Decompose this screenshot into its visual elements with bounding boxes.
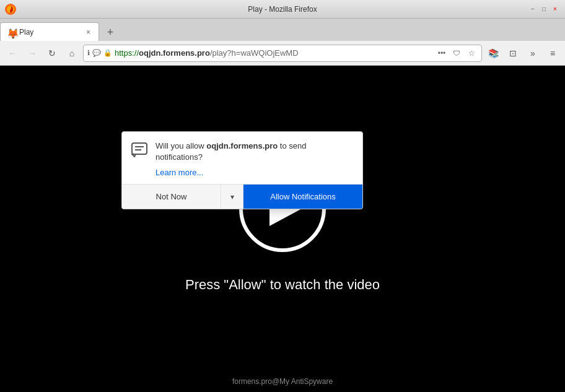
- url-bar[interactable]: ℹ 💬 🔒 https://oqjdn.formens.pro/play?h=w…: [83, 45, 482, 62]
- menu-button[interactable]: ≡: [544, 45, 561, 62]
- popup-message-icon: [131, 142, 148, 178]
- watermark: formens.pro@My AntiSpyware: [232, 377, 333, 386]
- library-button[interactable]: 📚: [484, 45, 502, 62]
- url-path: /play?h=waWQiOjEwMD: [210, 48, 299, 58]
- new-tab-button[interactable]: +: [102, 24, 119, 41]
- content-area: Will you allow oqjdn.formens.pro to send…: [0, 66, 565, 392]
- tab-title: Play: [19, 28, 81, 37]
- reload-button[interactable]: ↻: [43, 45, 61, 62]
- minimize-button[interactable]: −: [528, 4, 538, 14]
- maximize-button[interactable]: □: [539, 4, 549, 14]
- not-now-dropdown-button[interactable]: ▾: [221, 185, 243, 209]
- url-https: https://: [115, 48, 139, 58]
- notification-popup: Will you allow oqjdn.formens.pro to send…: [121, 131, 363, 209]
- more-tools-button[interactable]: »: [524, 45, 541, 62]
- close-button[interactable]: ×: [550, 4, 560, 14]
- back-button[interactable]: ←: [4, 45, 21, 62]
- tab-close-button[interactable]: ×: [84, 27, 92, 38]
- tab-favicon-icon: 🦊: [7, 28, 15, 37]
- title-bar-left: [5, 4, 20, 15]
- press-allow-text: Press "Allow" to watch the video: [185, 277, 380, 293]
- page-title: Play - Mozilla Firefox: [248, 5, 317, 14]
- url-domain: oqjdn.formens.pro: [139, 48, 210, 58]
- tab-bar: 🦊 Play × +: [0, 19, 565, 41]
- svg-rect-2: [132, 143, 147, 154]
- sync-button[interactable]: ⊡: [504, 45, 522, 62]
- learn-more-link[interactable]: Learn more...: [155, 168, 203, 177]
- shield-icon[interactable]: 🛡: [450, 47, 463, 59]
- home-button[interactable]: ⌂: [63, 45, 81, 62]
- popup-message: Will you allow oqjdn.formens.pro to send…: [155, 141, 354, 163]
- not-now-button[interactable]: Not Now: [122, 185, 221, 209]
- toolbar-right: 📚 ⊡ » ≡: [484, 45, 561, 62]
- nav-bar: ← → ↻ ⌂ ℹ 💬 🔒 https://oqjdn.formens.pro/…: [0, 41, 565, 66]
- lock-icon: 🔒: [103, 49, 112, 57]
- forward-button[interactable]: →: [24, 45, 41, 62]
- chat-bubble-icon: [131, 142, 148, 159]
- chat-icon: 💬: [92, 49, 101, 57]
- allow-notifications-button[interactable]: Allow Notifications: [243, 185, 362, 209]
- popup-text: Will you allow oqjdn.formens.pro to send…: [155, 141, 354, 178]
- url-text: https://oqjdn.formens.pro/play?h=waWQiOj…: [115, 48, 433, 58]
- popup-buttons: Not Now ▾ Allow Notifications: [122, 184, 362, 209]
- more-options-icon[interactable]: •••: [436, 47, 448, 59]
- info-icon[interactable]: ℹ: [87, 49, 90, 57]
- active-tab[interactable]: 🦊 Play ×: [0, 22, 99, 41]
- popup-content: Will you allow oqjdn.formens.pro to send…: [122, 132, 362, 184]
- title-bar-controls: − □ ×: [528, 4, 560, 14]
- title-bar: Play - Mozilla Firefox − □ ×: [0, 0, 565, 19]
- firefox-logo-icon: [5, 4, 16, 15]
- bookmark-star-icon[interactable]: ☆: [465, 47, 478, 59]
